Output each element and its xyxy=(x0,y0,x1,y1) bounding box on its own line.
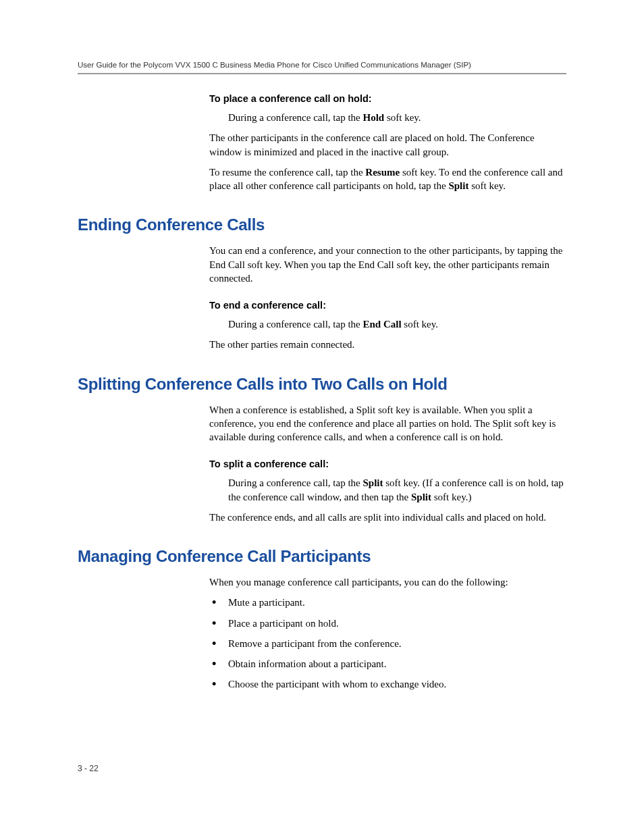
para-end-after: The other parties remain connected. xyxy=(209,338,566,351)
para-ending-intro: You can end a conference, and your conne… xyxy=(209,244,566,285)
list-item: Place a participant on hold. xyxy=(209,617,566,630)
text: soft key. xyxy=(402,319,438,330)
bold-hold: Hold xyxy=(363,112,384,123)
para-hold-result: The other participants in the conference… xyxy=(209,131,566,159)
running-header: User Guide for the Polycom VVX 1500 C Bu… xyxy=(78,61,566,69)
para-managing-intro: When you manage conference call particip… xyxy=(209,575,566,589)
subheading-end-call: To end a conference call: xyxy=(209,300,566,311)
bold-split: Split xyxy=(448,180,468,191)
step-split-call: During a conference call, tap the Split … xyxy=(228,476,566,504)
text: soft key. xyxy=(468,180,505,191)
step-place-hold: During a conference call, tap the Hold s… xyxy=(228,111,566,124)
text: During a conference call, tap the xyxy=(228,112,363,123)
bold-split-2: Split xyxy=(411,492,431,502)
text: To resume the conference call, tap the xyxy=(209,167,365,178)
section-ending: You can end a conference, and your conne… xyxy=(209,244,566,351)
section-place-hold: To place a conference call on hold: Duri… xyxy=(209,93,566,192)
heading-managing: Managing Conference Call Participants xyxy=(78,547,566,566)
list-item: Remove a participant from the conference… xyxy=(209,637,566,650)
step-end-call: During a conference call, tap the End Ca… xyxy=(228,317,566,331)
para-split-after: The conference ends, and all calls are s… xyxy=(209,511,566,524)
para-hold-resume: To resume the conference call, tap the R… xyxy=(209,165,566,193)
page-number: 3 - 22 xyxy=(78,764,99,773)
text: During a conference call, tap the xyxy=(228,319,363,330)
subheading-place-hold: To place a conference call on hold: xyxy=(209,93,566,104)
heading-ending: Ending Conference Calls xyxy=(78,215,566,234)
bold-end-call: End Call xyxy=(363,319,401,330)
bold-split-1: Split xyxy=(363,477,383,488)
section-splitting: When a conference is established, a Spli… xyxy=(209,403,566,525)
bold-resume: Resume xyxy=(365,167,400,178)
document-page: User Guide for the Polycom VVX 1500 C Bu… xyxy=(0,0,644,834)
list-item: Choose the participant with whom to exch… xyxy=(209,677,566,691)
section-managing: When you manage conference call particip… xyxy=(209,575,566,692)
text: During a conference call, tap the xyxy=(228,477,363,488)
header-rule xyxy=(78,73,566,74)
subheading-split-call: To split a conference call: xyxy=(209,459,566,469)
text: soft key. xyxy=(384,112,421,123)
text: soft key.) xyxy=(431,492,471,502)
list-item: Obtain information about a participant. xyxy=(209,657,566,671)
list-item: Mute a participant. xyxy=(209,596,566,609)
para-splitting-intro: When a conference is established, a Spli… xyxy=(209,403,566,444)
list-managing: Mute a participant. Place a participant … xyxy=(209,596,566,691)
heading-splitting: Splitting Conference Calls into Two Call… xyxy=(78,375,566,394)
